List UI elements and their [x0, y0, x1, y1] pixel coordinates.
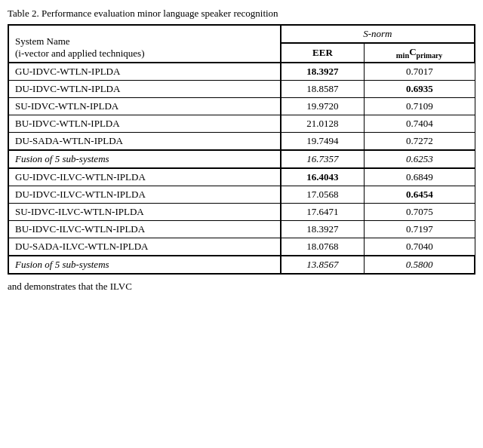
eer-header: EER — [281, 43, 365, 63]
table-row: DU-SADA-WTLN-IPLDA 19.7494 0.7272 — [8, 132, 475, 150]
table-row: DU-IDVC-WTLN-IPLDA 18.8587 0.6935 — [8, 80, 475, 97]
table-row: SU-IDVC-ILVC-WTLN-IPLDA 17.6471 0.7075 — [8, 203, 475, 220]
table-row: GU-IDVC-WTLN-IPLDA 18.3927 0.7017 — [8, 63, 475, 81]
cprimary-header: minCprimary — [365, 43, 475, 63]
fusion-row-1: Fusion of 5 sub-systems 16.7357 0.6253 — [8, 150, 475, 168]
table-row: BU-IDVC-ILVC-WTLN-IPLDA 18.3927 0.7197 — [8, 220, 475, 238]
performance-table: System Name(i-vector and applied techniq… — [8, 24, 475, 275]
snorm-header: S-norm — [281, 25, 475, 43]
footer-text: and demonstrates that the ILVC — [8, 281, 475, 293]
system-name-header: System Name(i-vector and applied techniq… — [8, 25, 281, 63]
table-title: Table 2. Performance evaluation minor la… — [8, 8, 475, 20]
table-row: DU-SADA-ILVC-WTLN-IPLDA 18.0768 0.7040 — [8, 238, 475, 256]
table-row: DU-IDVC-ILVC-WTLN-IPLDA 17.0568 0.6454 — [8, 186, 475, 203]
table-row: SU-IDVC-WTLN-IPLDA 19.9720 0.7109 — [8, 97, 475, 115]
fusion-row-2: Fusion of 5 sub-systems 13.8567 0.5800 — [8, 256, 475, 274]
table-row: GU-IDVC-ILVC-WTLN-IPLDA 16.4043 0.6849 — [8, 168, 475, 186]
table-row: BU-IDVC-WTLN-IPLDA 21.0128 0.7404 — [8, 115, 475, 132]
